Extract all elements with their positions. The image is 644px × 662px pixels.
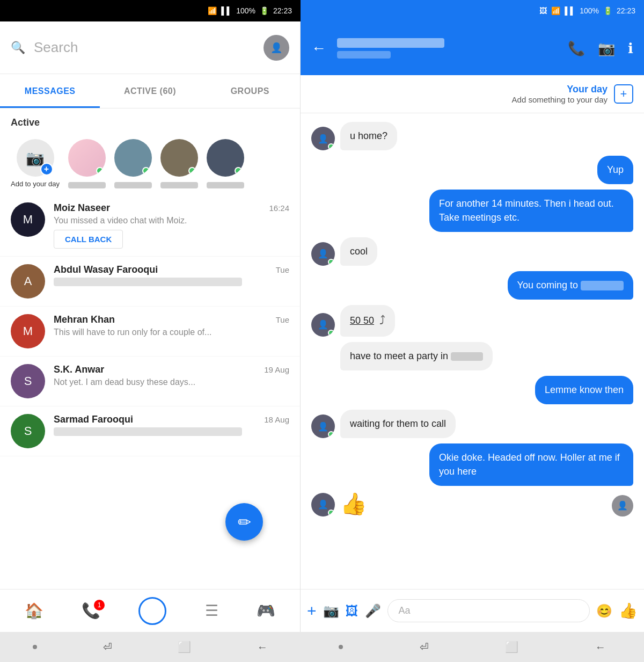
online-dot-4 — [235, 167, 242, 174]
sys-nav-square-right[interactable]: ⬜ — [505, 641, 518, 653]
bubble-7: have to meet a party in — [340, 342, 493, 370]
like-icon-input[interactable]: 👍 — [619, 602, 638, 620]
camera-icon-input[interactable]: 📷 — [323, 603, 339, 619]
sys-nav-square-left[interactable]: ⬜ — [178, 641, 191, 653]
left-panel: 🔍 Search 👤 MESSAGES ACTIVE (60) GROUPS A… — [0, 21, 301, 632]
list-item[interactable]: S S.K. Anwar 19 Aug Not yet. I am dead b… — [0, 357, 300, 406]
msg-content-sarmad: Sarmad Farooqui 18 Aug — [54, 414, 289, 436]
user-avatar[interactable]: 👤 — [264, 35, 289, 61]
status-bar-right: 🖼 📶 ▌▌ 100% 🔋 22:23 — [301, 0, 644, 21]
story-item-4[interactable] — [207, 139, 244, 188]
search-bar: 🔍 Search 👤 — [0, 21, 300, 74]
search-placeholder[interactable]: Search — [34, 39, 255, 56]
bubble-10: Okie doke. Headed off now. Holler at me … — [429, 443, 633, 485]
system-nav: ⏎ ⬜ ← ⏎ ⬜ ← — [0, 632, 644, 662]
message-row-8: Lemme know then — [311, 376, 633, 404]
sys-nav-enter-right[interactable]: ⏎ — [420, 641, 429, 653]
your-day-plus-button[interactable]: + — [614, 84, 633, 104]
mic-icon-input[interactable]: 🎤 — [365, 603, 381, 619]
story-item-3[interactable] — [160, 139, 198, 188]
battery-icon-right: 🔋 — [603, 6, 612, 15]
video-call-icon[interactable]: 📷 — [598, 40, 615, 57]
bubble-4: cool — [340, 237, 377, 266]
compose-fab[interactable]: ✏ — [225, 503, 263, 541]
story-item-2[interactable] — [114, 139, 152, 188]
avatar-sarmad: S — [11, 414, 45, 448]
sys-nav-back-right[interactable]: ← — [595, 641, 606, 653]
active-section-label: Active — [0, 108, 300, 133]
online-dot-2 — [142, 167, 150, 174]
share-icon[interactable]: ⤴ — [379, 312, 385, 329]
chat-input-bar: + 📷 🖼 🎤 Aa 😊 👍 — [301, 589, 644, 632]
story-name-blurred-2 — [114, 182, 152, 188]
info-icon[interactable]: ℹ — [628, 40, 633, 57]
plus-icon-input[interactable]: + — [307, 602, 317, 620]
compose-icon: ✏ — [238, 513, 251, 532]
msg-name-sarmad: Sarmad Farooqui — [54, 414, 133, 425]
msg-content-moiz: Moiz Naseer 16:24 You missed a video cha… — [54, 202, 289, 249]
online-dot-chat-11 — [328, 510, 334, 516]
wifi-icon: 📶 — [208, 6, 217, 15]
sys-nav-dot-left — [33, 645, 37, 649]
list-item[interactable]: M Mehran Khan Tue This will have to run … — [0, 307, 300, 357]
online-dot-3 — [188, 167, 196, 174]
msg-header-sk: S.K. Anwar 19 Aug — [54, 364, 289, 375]
chat-header-actions: 📞 📷 ℹ — [568, 40, 633, 57]
your-day-text: Your day Add something to your day — [512, 84, 608, 104]
list-item[interactable]: A Abdul Wasay Farooqui Tue — [0, 257, 300, 307]
time-left: 22:23 — [273, 6, 292, 15]
call-back-button[interactable]: CALL BACK — [54, 230, 123, 249]
list-item[interactable]: S Sarmad Farooqui 18 Aug — [0, 406, 300, 456]
online-dot-chat-4 — [328, 259, 334, 265]
online-dot-chat-6 — [328, 330, 334, 336]
story-name-blurred-1 — [68, 182, 106, 188]
back-button[interactable]: ← — [311, 40, 326, 57]
msg-preview-blurred-wasay — [54, 278, 242, 286]
phone-call-icon[interactable]: 📞 — [568, 40, 585, 57]
sys-nav-enter-left[interactable]: ⏎ — [103, 641, 112, 653]
story-add-label: Add to your day — [11, 180, 60, 188]
sys-nav-dot-right — [339, 645, 343, 649]
msg-time-sarmad: 18 Aug — [264, 415, 289, 424]
sys-nav-back-left[interactable]: ← — [257, 641, 268, 653]
nav-circle[interactable] — [138, 597, 166, 625]
msg-name-wasay: Abdul Wasay Farooqui — [54, 264, 158, 275]
nav-phone[interactable]: 📞 1 — [82, 602, 100, 620]
msg-time-sk: 19 Aug — [264, 365, 289, 374]
msg-content-sk: S.K. Anwar 19 Aug Not yet. I am dead bus… — [54, 364, 289, 387]
chat-input-field[interactable]: Aa — [387, 599, 590, 622]
chat-contact-name-blurred — [337, 38, 444, 48]
msg-header-moiz: Moiz Naseer 16:24 — [54, 202, 289, 214]
emoji-icon-input[interactable]: 😊 — [596, 603, 612, 619]
story-add[interactable]: 📷 + Add to your day — [11, 139, 60, 188]
your-day-title: Your day — [512, 84, 608, 95]
msg-time-moiz: 16:24 — [269, 203, 289, 213]
message-row-10: Okie doke. Headed off now. Holler at me … — [311, 443, 633, 485]
chat-header: ← 📞 📷 ℹ — [301, 21, 644, 75]
story-name-blurred-3 — [160, 182, 198, 188]
list-item[interactable]: M Moiz Naseer 16:24 You missed a video c… — [0, 195, 300, 257]
main-container: 🔍 Search 👤 MESSAGES ACTIVE (60) GROUPS A… — [0, 21, 644, 632]
chat-avatar-9: 👤 — [311, 414, 335, 438]
tab-messages[interactable]: MESSAGES — [0, 74, 100, 108]
tab-groups[interactable]: GROUPS — [200, 74, 300, 108]
status-bar-left: 📶 ▌▌ 100% 🔋 22:23 — [0, 0, 301, 21]
tab-active[interactable]: ACTIVE (60) — [100, 74, 200, 108]
signal-icon: ▌▌ — [221, 6, 232, 15]
message-row-6: 👤 50 50 ⤴ — [311, 305, 633, 337]
bubble-3: For another 14 minutes. Then i head out.… — [429, 190, 633, 231]
search-icon: 🔍 — [11, 41, 25, 55]
chat-header-info — [337, 38, 557, 59]
avatar-moiz: M — [11, 202, 45, 237]
nav-list[interactable]: ☰ — [205, 602, 218, 620]
image-icon-input[interactable]: 🖼 — [346, 603, 358, 619]
nav-home[interactable]: 🏠 — [25, 602, 43, 620]
status-bar: 📶 ▌▌ 100% 🔋 22:23 🖼 📶 ▌▌ 100% 🔋 22:23 — [0, 0, 644, 21]
nav-game[interactable]: 🎮 — [257, 602, 275, 620]
message-row-9: 👤 waiting for them to call — [311, 410, 633, 438]
bubble-8: Lemme know then — [535, 376, 633, 404]
blurred-text-5 — [581, 281, 624, 290]
story-item-1[interactable] — [68, 139, 106, 188]
story-add-circle[interactable]: 📷 + — [17, 139, 54, 177]
bubble-9: waiting for them to call — [340, 410, 456, 438]
